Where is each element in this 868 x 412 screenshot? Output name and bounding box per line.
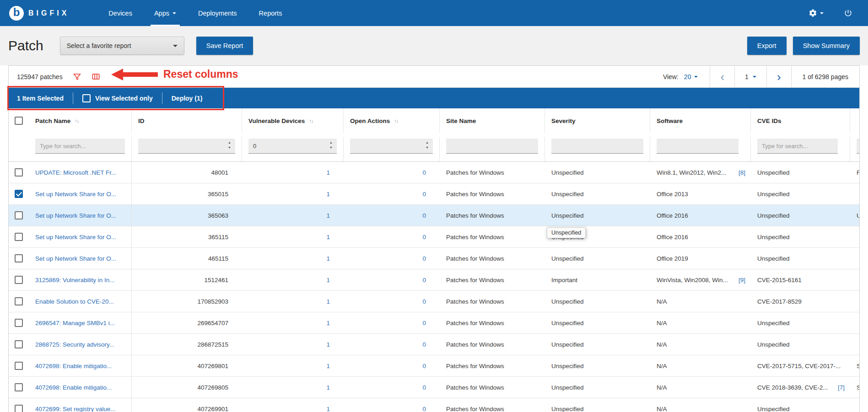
stepper-down-icon[interactable]: ▼ — [329, 146, 333, 149]
table-row[interactable]: Set up Network Share for O... 365063 1 0… — [9, 205, 859, 226]
sort-icon[interactable]: ↑↓ — [309, 118, 313, 123]
vulnerable-devices-link[interactable]: 1 — [242, 255, 330, 262]
open-actions-link[interactable]: 0 — [344, 298, 426, 305]
nav-devices[interactable]: Devices — [97, 0, 143, 26]
bigfix-logo[interactable]: b BIGFIX — [9, 6, 69, 21]
row-checkbox[interactable] — [15, 340, 23, 348]
cve-ids-filter-input[interactable] — [757, 139, 838, 154]
vulnerable-devices-link[interactable]: 1 — [242, 234, 330, 241]
patch-name-link[interactable]: Set up Network Share for O... — [35, 234, 116, 241]
number-stepper[interactable]: ▲ ▼ — [426, 141, 429, 149]
table-row[interactable]: Set up Network Share for O... 465115 1 0… — [9, 248, 859, 269]
open-actions-link[interactable]: 0 — [344, 212, 426, 219]
open-actions-link[interactable]: 0 — [344, 384, 426, 391]
save-report-button[interactable]: Save Report — [196, 37, 253, 55]
deploy-button[interactable]: Deploy (1) — [172, 95, 203, 102]
sort-icon[interactable]: ↑↓ — [394, 118, 398, 123]
open-actions-link[interactable]: 0 — [344, 191, 426, 198]
row-checkbox[interactable] — [15, 405, 23, 412]
clear-filters-button[interactable] — [73, 72, 81, 81]
vulnerable-devices-link[interactable]: 1 — [242, 277, 330, 284]
vulnerable-devices-filter-input[interactable] — [248, 139, 337, 154]
open-actions-link[interactable]: 0 — [344, 363, 426, 369]
stepper-down-icon[interactable]: ▼ — [426, 146, 429, 149]
reset-columns-button[interactable] — [92, 72, 100, 81]
page-number-select[interactable]: 1 — [734, 66, 766, 87]
settings-menu-button[interactable] — [809, 9, 824, 17]
open-actions-filter-input[interactable] — [350, 139, 433, 154]
favorite-report-select[interactable]: Select a favorite report — [60, 37, 184, 55]
patch-name-link[interactable]: 4072698: Enable mitigatio... — [35, 363, 112, 369]
id-filter-input[interactable] — [138, 139, 235, 154]
cve-more-link[interactable]: [7] — [838, 384, 845, 391]
vulnerable-devices-link[interactable]: 1 — [242, 191, 330, 198]
open-actions-link[interactable]: 0 — [344, 277, 426, 284]
software-more-link[interactable]: [9] — [739, 277, 745, 284]
vulnerable-devices-link[interactable]: 1 — [242, 341, 330, 348]
open-actions-link[interactable]: 0 — [344, 320, 426, 326]
stepper-down-icon[interactable]: ▼ — [228, 146, 231, 149]
stepper-up-icon[interactable]: ▲ — [426, 141, 429, 144]
patch-name-filter-input[interactable] — [35, 139, 125, 154]
nav-deployments[interactable]: Deployments — [187, 0, 248, 26]
row-checkbox[interactable] — [15, 383, 23, 391]
stepper-up-icon[interactable]: ▲ — [329, 141, 333, 144]
prev-page-button[interactable]: ‹ — [710, 66, 734, 87]
table-row[interactable]: 2868725: Security advisory... 286872515 … — [9, 334, 859, 355]
vulnerable-devices-link[interactable]: 1 — [242, 363, 330, 369]
row-checkbox[interactable] — [15, 254, 23, 262]
patch-name-link[interactable]: 4072698: Enable mitigatio... — [35, 384, 112, 391]
page-size-select[interactable]: 20 — [684, 73, 698, 80]
open-actions-link[interactable]: 0 — [344, 234, 426, 241]
row-checkbox[interactable] — [15, 190, 23, 198]
patch-name-link[interactable]: 4072699: Set registry value... — [35, 406, 116, 412]
row-checkbox[interactable] — [15, 297, 23, 305]
patch-name-link[interactable]: 3125869: Vulnerability in In... — [35, 277, 115, 284]
open-actions-link[interactable]: 0 — [344, 169, 426, 176]
vulnerable-devices-link[interactable]: 1 — [242, 212, 330, 219]
stepper-up-icon[interactable]: ▲ — [228, 141, 231, 144]
sort-icon[interactable]: ↑↓ — [75, 118, 79, 123]
table-row[interactable]: UPDATE: Microsoft .NET Fr... 48001 1 0 P… — [9, 162, 859, 183]
patch-name-link[interactable]: Enable Solution to CVE-20... — [35, 298, 114, 305]
patch-name-link[interactable]: UPDATE: Microsoft .NET Fr... — [35, 169, 116, 176]
table-row[interactable]: 3125869: Vulnerability in In... 1512461 … — [9, 269, 859, 291]
row-checkbox[interactable] — [15, 168, 23, 177]
site-name-filter-input[interactable] — [446, 139, 538, 154]
open-actions-link[interactable]: 0 — [344, 341, 426, 348]
nav-reports[interactable]: Reports — [248, 0, 293, 26]
view-selected-only-checkbox[interactable] — [82, 94, 91, 102]
view-selected-only-toggle[interactable]: View Selected only — [82, 94, 153, 102]
next-page-button[interactable]: › — [766, 66, 791, 87]
partial-filter-input[interactable] — [857, 139, 860, 154]
vulnerable-devices-link[interactable]: 1 — [242, 406, 330, 412]
export-button[interactable]: Export — [747, 37, 787, 55]
table-row[interactable]: 2696547: Manage SMBv1 i... 269654707 1 0… — [9, 312, 859, 334]
row-checkbox[interactable] — [15, 276, 23, 284]
open-actions-link[interactable]: 0 — [344, 406, 426, 412]
patch-name-link[interactable]: Set up Network Share for O... — [35, 255, 116, 262]
patch-name-link[interactable]: 2696547: Manage SMBv1 i... — [35, 320, 115, 326]
row-checkbox[interactable] — [15, 319, 23, 327]
software-filter-input[interactable] — [657, 139, 739, 154]
table-row[interactable]: Enable Solution to CVE-20... 170852903 1… — [9, 291, 859, 312]
logout-button[interactable] — [844, 9, 852, 17]
severity-filter-input[interactable] — [551, 139, 643, 154]
row-checkbox[interactable] — [15, 211, 23, 219]
patch-name-link[interactable]: Set up Network Share for O... — [35, 212, 116, 219]
number-stepper[interactable]: ▲ ▼ — [228, 141, 231, 149]
patch-name-link[interactable]: 2868725: Security advisory... — [35, 341, 114, 348]
show-summary-button[interactable]: Show Summary — [793, 37, 860, 55]
vulnerable-devices-link[interactable]: 1 — [242, 298, 330, 305]
table-row[interactable]: Set up Network Share for O... 365115 1 0… — [9, 226, 859, 248]
table-row[interactable]: 4072698: Enable mitigatio... 407269805 1… — [9, 377, 859, 398]
number-stepper[interactable]: ▲ ▼ — [329, 141, 333, 149]
table-row[interactable]: 4072698: Enable mitigatio... 407269801 1… — [9, 355, 859, 377]
vulnerable-devices-link[interactable]: 1 — [242, 384, 330, 391]
select-all-checkbox[interactable] — [15, 117, 23, 125]
vulnerable-devices-link[interactable]: 1 — [242, 320, 330, 326]
nav-apps[interactable]: Apps — [143, 0, 187, 26]
software-more-link[interactable]: [8] — [739, 169, 745, 176]
row-checkbox[interactable] — [15, 233, 23, 241]
vulnerable-devices-link[interactable]: 1 — [242, 169, 330, 176]
